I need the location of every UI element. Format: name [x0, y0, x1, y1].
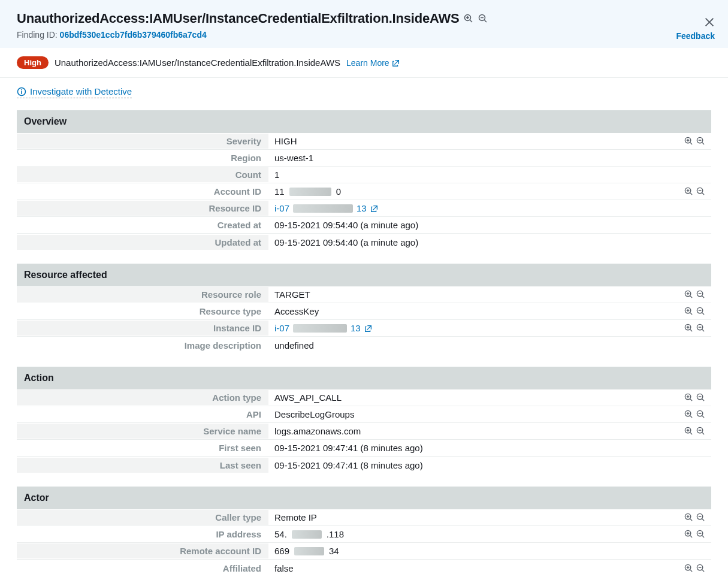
severity-description: UnauthorizedAccess:IAMUser/InstanceCrede… [55, 58, 340, 68]
table-row: Severity HIGH [17, 133, 711, 150]
svg-line-29 [702, 296, 703, 298]
svg-line-81 [690, 569, 691, 571]
table-row: First seen 09-15-2021 09:47:41 (8 minute… [17, 440, 711, 457]
table-row: Service name logs.amazonaws.com [17, 423, 711, 440]
zoom-in-icon[interactable] [684, 137, 693, 146]
zoom-out-icon[interactable] [696, 427, 705, 436]
section-overview: Overview Severity HIGH Region us-west-1 … [17, 110, 711, 250]
value-text: i-07 [274, 203, 289, 213]
zoom-out-icon[interactable] [696, 307, 705, 316]
section-header: Resource affected [17, 264, 711, 286]
row-value: AccessKey [268, 304, 711, 319]
row-value: 66934 [268, 543, 711, 558]
section-header: Overview [17, 110, 711, 133]
value-text: us-west-1 [274, 153, 313, 163]
svg-line-36 [702, 313, 703, 315]
value-text: 1 [274, 170, 279, 180]
svg-line-50 [702, 399, 703, 401]
row-value: DescribeLogGroups [268, 407, 711, 422]
zoom-out-icon[interactable] [696, 137, 705, 146]
row-value: 09-15-2021 09:54:40 (a minute ago) [268, 217, 711, 232]
svg-line-15 [702, 143, 703, 144]
row-key: Remote account ID [17, 543, 268, 558]
zoom-in-icon[interactable] [684, 427, 693, 436]
zoom-in-icon[interactable] [684, 290, 693, 300]
learn-more-link[interactable]: Learn More [346, 58, 400, 68]
value-text: 669 [274, 546, 289, 556]
zoom-in-icon[interactable] [684, 530, 693, 539]
zoom-out-icon[interactable] [696, 324, 705, 333]
zoom-out-icon[interactable] [696, 393, 705, 403]
zoom-in-icon[interactable] [684, 393, 693, 403]
value-text: false [274, 563, 294, 573]
svg-line-53 [690, 416, 691, 418]
value-text: Remote IP [274, 512, 317, 522]
zoom-in-icon[interactable] [684, 324, 693, 333]
zoom-in-icon[interactable] [684, 563, 693, 573]
row-key: Last seen [17, 458, 268, 473]
zoom-out-icon[interactable] [696, 187, 705, 197]
svg-rect-9 [21, 91, 22, 94]
table-row: API DescribeLogGroups [17, 406, 711, 423]
row-value: false [268, 561, 711, 576]
redacted-segment [292, 530, 322, 539]
section-actor: Actor Caller type Remote IP IP address 5… [17, 487, 711, 576]
value-text: 13 [351, 323, 361, 333]
zoom-out-icon[interactable] [478, 14, 488, 23]
zoom-in-icon[interactable] [464, 14, 473, 23]
value-text: 09-15-2021 09:47:41 (8 minutes ago) [274, 443, 423, 453]
row-value: 09-15-2021 09:47:41 (8 minutes ago) [268, 458, 711, 473]
svg-line-18 [690, 193, 691, 195]
investigate-detective-link[interactable]: Investigate with Detective [17, 86, 132, 98]
value-text: AWS_API_CALL [274, 392, 342, 403]
value-text: 09-15-2021 09:54:40 (a minute ago) [274, 220, 418, 230]
value-text: 09-15-2021 09:47:41 (8 minutes ago) [274, 460, 423, 470]
close-icon[interactable] [704, 17, 715, 28]
finding-id-value[interactable]: 06bdf530e1ccb7fd6b379460fb6a7cd4 [60, 30, 207, 40]
row-key: Updated at [17, 235, 268, 250]
zoom-out-icon[interactable] [696, 563, 705, 573]
zoom-out-icon[interactable] [696, 513, 705, 522]
row-key: Resource ID [17, 201, 268, 216]
table-row: Count 1 [17, 167, 711, 183]
row-key: Caller type [17, 510, 268, 525]
zoom-in-icon[interactable] [684, 410, 693, 419]
row-key: Affiliated [17, 561, 268, 576]
svg-line-64 [702, 433, 703, 434]
zoom-in-icon[interactable] [684, 187, 693, 197]
zoom-in-icon[interactable] [684, 307, 693, 316]
table-row: Resource type AccessKey [17, 303, 711, 320]
panel-header: UnauthorizedAccess:IAMUser/InstanceCrede… [0, 0, 728, 48]
table-row: IP address 54..118 [17, 526, 711, 543]
value-text: undefined [274, 340, 314, 351]
table-row: Account ID 110 [17, 183, 711, 200]
value-link[interactable]: i-0713 [274, 203, 379, 213]
row-value: TARGET [268, 287, 711, 302]
table-row: Affiliated false [17, 560, 711, 576]
redacted-segment [294, 547, 324, 555]
value-link[interactable]: i-0713 [274, 323, 373, 333]
feedback-link[interactable]: Feedback [676, 31, 715, 41]
learn-more-label: Learn More [346, 58, 389, 68]
redacted-segment [289, 188, 331, 196]
zoom-out-icon[interactable] [696, 530, 705, 539]
row-key: Resource role [17, 287, 268, 302]
value-text: 13 [357, 203, 367, 213]
zoom-out-icon[interactable] [696, 290, 705, 300]
investigate-detective-label: Investigate with Detective [30, 86, 132, 96]
value-text: 0 [336, 186, 341, 197]
section-action: Action Action type AWS_API_CALL API Desc… [17, 367, 711, 473]
table-row: Resource ID i-0713 [17, 200, 711, 217]
value-text: 34 [329, 546, 339, 556]
svg-line-25 [690, 296, 691, 298]
table-row: Updated at 09-15-2021 09:54:40 (a minute… [17, 234, 711, 250]
value-text: DescribeLogGroups [274, 409, 354, 419]
value-text: .118 [327, 529, 344, 539]
table-row: Image description undefined [17, 337, 711, 354]
value-text: 11 [274, 186, 285, 197]
row-key: Resource type [17, 304, 268, 319]
zoom-in-icon[interactable] [684, 513, 693, 522]
row-key: Service name [17, 424, 268, 439]
external-link-icon [392, 59, 400, 67]
zoom-out-icon[interactable] [696, 410, 705, 419]
